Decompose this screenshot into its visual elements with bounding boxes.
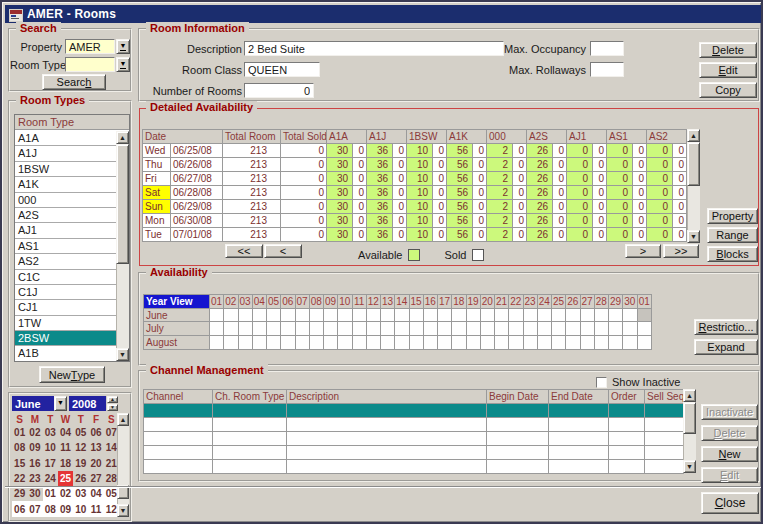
year-view-cell[interactable] — [552, 336, 566, 350]
calendar-day[interactable]: 16 — [27, 456, 42, 471]
detail-scrollbar[interactable]: ▲ ▼ — [687, 129, 700, 243]
restrictio-button[interactable]: Restrictio... — [694, 319, 758, 335]
calendar-day[interactable]: 10 — [73, 501, 88, 516]
year-view-cell[interactable] — [381, 322, 395, 336]
room-type-item[interactable]: 2BSW — [15, 331, 116, 346]
year-view-cell[interactable] — [566, 322, 580, 336]
year-view-cell[interactable] — [580, 308, 594, 322]
scrollbar-thumb[interactable] — [687, 142, 700, 186]
year-view-cell[interactable] — [566, 308, 580, 322]
year-view-cell[interactable] — [381, 308, 395, 322]
year-view-cell[interactable] — [637, 308, 652, 322]
year-spinner[interactable]: ▲ ▼ — [107, 396, 118, 411]
calendar-day[interactable]: 15 — [12, 456, 27, 471]
year-view-cell[interactable] — [609, 336, 623, 350]
channel-scrollbar[interactable]: ▲ ▼ — [683, 389, 696, 473]
year-view-cell[interactable] — [210, 336, 224, 350]
calendar-day[interactable]: 05 — [73, 425, 88, 440]
year-view-cell[interactable] — [594, 308, 608, 322]
room-type-item[interactable]: AS2 — [15, 254, 116, 269]
room-type-item[interactable]: C1C — [15, 270, 116, 285]
calendar-day[interactable]: 26 — [73, 471, 88, 486]
year-view-cell[interactable] — [252, 336, 266, 350]
year-view-cell[interactable] — [309, 308, 323, 322]
year-view-cell[interactable] — [210, 308, 224, 322]
scroll-down-button[interactable]: ▼ — [117, 504, 129, 517]
year-view-cell[interactable] — [338, 322, 352, 336]
year-view-cell[interactable] — [366, 308, 380, 322]
year-view-cell[interactable] — [438, 336, 452, 350]
calendar-day[interactable]: 06 — [88, 425, 103, 440]
room-type-item[interactable]: 1TW — [15, 316, 116, 331]
search-button[interactable]: Search — [42, 74, 106, 90]
scroll-down-button[interactable]: ▼ — [687, 230, 700, 243]
year-view-cell[interactable] — [324, 322, 338, 336]
year-view-cell[interactable] — [352, 322, 366, 336]
calendar-day[interactable]: 24 — [43, 471, 58, 486]
year-view-cell[interactable] — [438, 322, 452, 336]
year-view-cell[interactable] — [352, 336, 366, 350]
property-dropdown-button[interactable]: ▼ — [116, 39, 130, 54]
calendar-day[interactable]: 09 — [58, 501, 73, 516]
year-view-cell[interactable] — [637, 322, 652, 336]
year-view-cell[interactable] — [352, 308, 366, 322]
range-button[interactable]: Range — [707, 227, 758, 243]
room-type-item[interactable]: A1K — [15, 177, 116, 192]
room-type-item[interactable]: A1J — [15, 146, 116, 161]
year-view-cell[interactable] — [309, 336, 323, 350]
year-view-cell[interactable] — [523, 322, 537, 336]
room-type-item[interactable]: CJ1 — [15, 300, 116, 315]
scrollbar-thumb[interactable] — [683, 402, 696, 434]
page-next-button[interactable]: > — [625, 244, 661, 258]
year-view-cell[interactable] — [580, 336, 594, 350]
property-button[interactable]: Property — [707, 208, 758, 224]
room-type-combobox[interactable] — [65, 57, 115, 72]
scroll-up-button[interactable]: ▲ — [116, 131, 129, 144]
calendar-day[interactable]: 22 — [12, 471, 27, 486]
room-type-item[interactable]: AJ1 — [15, 223, 116, 238]
year-view-cell[interactable] — [552, 322, 566, 336]
year-view-cell[interactable] — [537, 336, 551, 350]
calendar-day[interactable]: 19 — [73, 456, 88, 471]
year-view-cell[interactable] — [537, 322, 551, 336]
year-view-cell[interactable] — [366, 336, 380, 350]
year-view-cell[interactable] — [338, 336, 352, 350]
year-view-cell[interactable] — [509, 308, 523, 322]
year-view-cell[interactable] — [267, 322, 281, 336]
calendar-scrollbar[interactable]: ▲ ▼ — [117, 413, 129, 517]
year-view-cell[interactable] — [623, 322, 637, 336]
show-inactive-checkbox[interactable] — [596, 377, 607, 388]
month-dropdown-button[interactable]: ▼ — [54, 396, 67, 411]
year-view-cell[interactable] — [566, 336, 580, 350]
calendar-day[interactable]: 09 — [27, 440, 42, 455]
year-view-cell[interactable] — [338, 308, 352, 322]
room-type-item[interactable]: A1A — [15, 131, 116, 146]
year-view-cell[interactable] — [281, 322, 295, 336]
scroll-up-button[interactable]: ▲ — [687, 129, 700, 142]
calendar-day[interactable]: 13 — [88, 440, 103, 455]
year-view-cell[interactable] — [452, 308, 466, 322]
calendar-day[interactable]: 23 — [27, 471, 42, 486]
calendar-day[interactable]: 02 — [58, 486, 73, 501]
calendar-day[interactable]: 08 — [43, 501, 58, 516]
max-rollaways-field[interactable] — [590, 62, 624, 77]
room-types-scrollbar[interactable]: ▲ ▼ — [116, 131, 129, 361]
property-combobox[interactable] — [65, 39, 115, 54]
channel-row[interactable] — [144, 460, 684, 474]
year-view-cell[interactable] — [480, 308, 494, 322]
year-view-cell[interactable] — [324, 308, 338, 322]
calendar-day[interactable]: 01 — [12, 425, 27, 440]
calendar-day[interactable]: 03 — [43, 425, 58, 440]
channel-row[interactable] — [144, 432, 684, 446]
year-view-cell[interactable] — [466, 308, 480, 322]
calendar-day[interactable]: 06 — [12, 501, 27, 516]
year-view-cell[interactable] — [252, 308, 266, 322]
spinner-up-button[interactable]: ▲ — [107, 396, 118, 403]
room-type-item[interactable]: A2S — [15, 208, 116, 223]
calendar-day[interactable]: 01 — [43, 486, 58, 501]
room-type-dropdown-button[interactable]: ▼ — [116, 57, 130, 72]
year-view-cell[interactable] — [267, 308, 281, 322]
year-view-cell[interactable] — [466, 336, 480, 350]
room-type-item[interactable]: A1B — [15, 346, 116, 361]
description-field[interactable] — [244, 41, 504, 56]
